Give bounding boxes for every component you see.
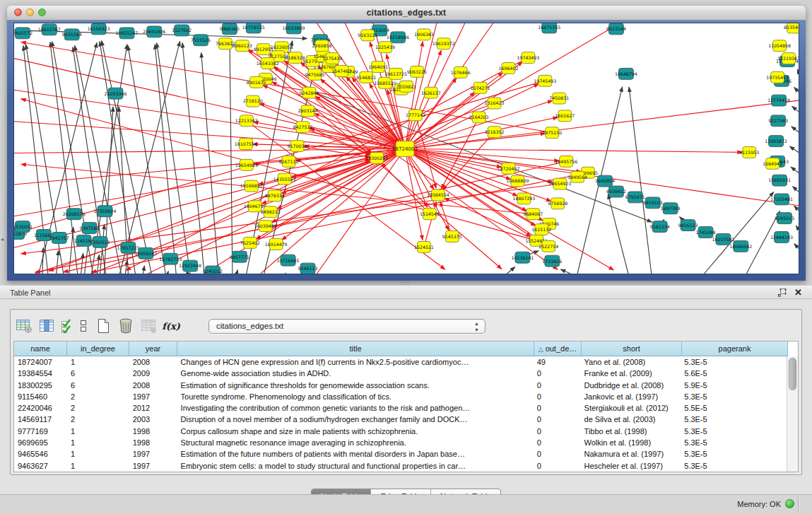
graph-node[interactable]: 1164203	[469, 112, 489, 123]
table-row[interactable]: 946362711997Embryonic stem cells: a mode…	[14, 460, 787, 472]
delete-table-icon[interactable]	[117, 317, 135, 335]
graph-node[interactable]: 1535051	[14, 221, 33, 233]
graph-node[interactable]: 9816123	[678, 220, 698, 231]
graph-node[interactable]: 12093872	[765, 136, 787, 147]
graph-node[interactable]: 2803144	[298, 105, 318, 117]
graph-node[interactable]: 8498212	[261, 206, 281, 218]
graph-node[interactable]: 1906343	[414, 29, 434, 40]
graph-node[interactable]: 18615767	[38, 24, 61, 35]
graph-node[interactable]: 1350515	[90, 236, 110, 247]
graph-node[interactable]: 18724007	[392, 141, 418, 157]
table-options-icon[interactable]	[15, 317, 33, 335]
table-row[interactable]: 1938455462009Genome-wide association stu…	[14, 368, 787, 379]
table-row[interactable]: 1872400712008Changes of HCN gene express…	[14, 356, 787, 368]
graph-node[interactable]: 18495756	[555, 156, 577, 167]
column-header-in-degree[interactable]: in_degree	[67, 341, 129, 356]
table-scrollbar[interactable]	[787, 356, 798, 472]
column-header-year[interactable]: year	[129, 341, 177, 356]
graph-node[interactable]: 16914479	[265, 238, 288, 250]
graph-node[interactable]: 1064941	[763, 158, 782, 169]
column-header-pagerank[interactable]: pagerank	[682, 341, 788, 356]
graph-node[interactable]: 9145375	[442, 231, 462, 243]
graph-node[interactable]: 12444193	[770, 232, 793, 243]
graph-node[interactable]: 8938412	[606, 186, 626, 197]
column-header-out-de-[interactable]: △out_de…	[534, 341, 582, 356]
close-panel-icon[interactable]: ✕	[794, 288, 802, 297]
table-select-dropdown[interactable]: citations_edges.txt ▲▼	[208, 319, 486, 334]
graph-node[interactable]: 16671355	[538, 23, 560, 33]
graph-node[interactable]: 9163225	[358, 30, 377, 41]
graph-node[interactable]: 7515526	[191, 35, 211, 46]
graph-node[interactable]: 2405572	[14, 28, 33, 39]
table-row[interactable]: 946554611997Estimation of the future num…	[14, 448, 787, 460]
graph-node[interactable]: 12923448	[179, 260, 201, 271]
graph-node[interactable]: 1524511	[414, 241, 434, 252]
graph-node[interactable]: 1225439	[375, 42, 395, 53]
graph-node[interactable]: 2718120	[243, 95, 263, 107]
graph-node[interactable]: 7450831	[549, 93, 569, 104]
graph-node[interactable]: 17103481	[770, 194, 793, 205]
graph-node[interactable]: 2522754	[539, 240, 558, 252]
graph-node[interactable]: 10719155	[242, 23, 265, 33]
graph-node[interactable]: 9246113	[298, 263, 318, 274]
graph-node[interactable]: 1076466	[451, 66, 471, 78]
graph-node[interactable]: 21053346	[105, 88, 127, 99]
graph-node[interactable]: 8267110	[279, 156, 299, 167]
graph-node[interactable]: 1777143	[406, 110, 425, 121]
graph-node[interactable]: 18807293	[512, 193, 535, 204]
graph-node[interactable]: 1733426	[542, 255, 562, 267]
graph-node[interactable]: 9031584	[62, 29, 82, 40]
graph-node[interactable]: 9466160	[220, 23, 240, 35]
table-row[interactable]: 911546021997Tourette syndrome. Phenomeno…	[14, 391, 787, 402]
float-panel-icon[interactable]	[778, 288, 787, 297]
graph-node[interactable]: 1942757	[49, 232, 69, 243]
network-window-titlebar[interactable]: citations_edges.txt	[7, 6, 806, 21]
graph-node[interactable]: 1975150	[542, 127, 562, 139]
column-header-name[interactable]: name	[14, 341, 67, 356]
graph-node[interactable]: 19619372	[433, 38, 455, 49]
graph-node[interactable]: 12213343	[235, 115, 258, 127]
graph-node[interactable]: 1316423	[485, 98, 505, 109]
graph-node[interactable]: 1849564	[567, 171, 587, 182]
pane-splitter[interactable]	[0, 281, 812, 286]
graph-node[interactable]: 6791971	[625, 192, 645, 203]
graph-node[interactable]: 15692931	[768, 175, 791, 186]
graph-node[interactable]: 8919103	[643, 197, 663, 209]
graph-node[interactable]: 8186328	[286, 52, 305, 64]
graph-node[interactable]: 1601627	[555, 110, 575, 122]
graph-node[interactable]: 1615132	[531, 224, 551, 235]
graph-node[interactable]: 8878334	[265, 190, 285, 201]
graph-node[interactable]: 1626157	[421, 87, 441, 98]
graph-node[interactable]: 7559821	[396, 81, 416, 92]
graph-node[interactable]: 2260858	[312, 40, 331, 52]
function-builder-icon[interactable]: f(x)	[162, 317, 180, 335]
graph-node[interactable]: 9115953	[739, 147, 759, 158]
table-row[interactable]: 1456911722003Disruption of a novel membe…	[14, 414, 787, 425]
scrollbar-thumb[interactable]	[789, 358, 796, 390]
graph-node[interactable]: 16648794	[615, 68, 637, 79]
memory-indicator-dot[interactable]	[785, 499, 794, 508]
graph-node[interactable]: 9170038	[288, 141, 307, 152]
select-all-icon[interactable]	[60, 317, 73, 335]
graph-node[interactable]: 8135443	[784, 23, 799, 33]
graph-node[interactable]: 9857771	[230, 251, 249, 262]
table-row[interactable]: 977716911998Corpus callosum shape and si…	[14, 426, 787, 437]
graph-node[interactable]: 1514545	[420, 209, 440, 220]
graph-node[interactable]: 1275439	[322, 53, 342, 64]
create-table-icon[interactable]	[94, 317, 112, 335]
graph-node[interactable]: 14136141	[511, 252, 534, 263]
graph-node[interactable]: 18107554	[235, 139, 257, 150]
graph-node[interactable]: 9684067	[523, 209, 543, 220]
graph-node[interactable]: 9245013	[775, 213, 794, 224]
graph-node[interactable]: 9245012	[203, 266, 223, 274]
zoom-window-button[interactable]	[38, 8, 46, 16]
graph-node[interactable]: 14355553	[273, 173, 296, 185]
graph-node[interactable]: 9397588	[80, 223, 100, 234]
graph-node[interactable]: 18049542	[729, 240, 752, 252]
collapse-left-icon[interactable]: ◂	[1, 236, 4, 243]
graph-node[interactable]: 12774418	[767, 95, 790, 106]
graph-node[interactable]: 9227343	[768, 115, 788, 127]
graph-node[interactable]: 9475685	[305, 69, 325, 80]
table-row[interactable]: 2242004622012Investigating the contribut…	[14, 402, 787, 414]
column-header-title[interactable]: title	[177, 341, 534, 356]
